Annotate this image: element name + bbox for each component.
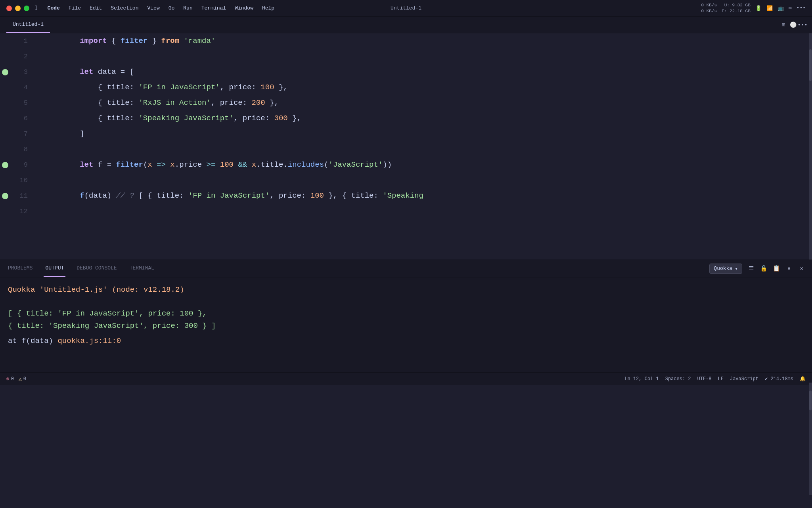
lock-icon[interactable]: 🔒 — [760, 265, 768, 273]
line-9: 9 let f = filter(x => x.price >= 100 && … — [0, 157, 812, 173]
title-bar-right: 0 KB/s 0 KB/s U: 9.82 GB F: 22.18 GB 🔋 📶… — [701, 2, 806, 14]
editor-area: 1 import { filter } from 'ramda' 2 3 let… — [0, 33, 812, 260]
timing-badge: ✔ 214.18ms — [765, 376, 793, 382]
panel-scrollbar-thumb[interactable] — [809, 391, 812, 410]
output-header: Quokka 'Untitled-1.js' (node: v12.18.2) — [8, 284, 804, 296]
menu-help[interactable]: Help — [262, 5, 274, 11]
ln-6: 6 — [12, 111, 36, 126]
download-stat: 0 KB/s — [701, 8, 717, 14]
error-icon: ⊗ — [6, 376, 10, 382]
file-language[interactable]: JavaScript — [730, 376, 758, 382]
clear-output-icon[interactable]: ☰ — [747, 265, 755, 273]
warning-number: 0 — [23, 376, 26, 382]
bp-9 — [0, 162, 12, 168]
menu-terminal[interactable]: Terminal — [201, 5, 226, 11]
editor-scrollbar[interactable] — [809, 33, 812, 260]
tab-problems[interactable]: PROBLEMS — [6, 260, 34, 277]
line-6: 6 { title: 'Speaking JavaScript', price:… — [0, 111, 812, 126]
line-ending[interactable]: LF — [718, 376, 724, 382]
apple-menu[interactable]:  — [35, 5, 39, 12]
output-at-line: at f(data) quokka.js:11:0 — [8, 335, 804, 347]
menu-selection[interactable]: Selection — [111, 5, 138, 11]
traffic-lights — [6, 6, 29, 11]
breakpoint-11 — [2, 193, 8, 199]
breakpoint-9 — [2, 162, 8, 168]
panel-tabs: PROBLEMS OUTPUT DEBUG CONSOLE TERMINAL Q… — [0, 260, 812, 277]
ln-12: 12 — [12, 204, 36, 219]
ln-5: 5 — [12, 95, 36, 111]
line-11: 11 f(data) // ? [ { title: 'FP in JavaSc… — [0, 188, 812, 204]
tab-debug-console[interactable]: DEBUG CONSOLE — [75, 260, 118, 277]
breakpoint-3 — [2, 69, 8, 75]
tab-actions: ⊞ ⚪ ••• — [780, 22, 812, 28]
battery-icon: 🔋 — [755, 5, 762, 12]
ln-10: 10 — [12, 173, 36, 188]
close-panel-icon[interactable]: ✕ — [798, 265, 806, 273]
cast-icon: 📺 — [778, 5, 784, 12]
ln-2: 2 — [12, 49, 36, 64]
memory-label: U: 9.82 GB — [722, 2, 751, 8]
ln-4: 4 — [12, 80, 36, 95]
panel-content: Quokka 'Untitled-1.js' (node: v12.18.2) … — [0, 277, 812, 372]
ln-1: 1 — [12, 33, 36, 49]
output-line-1: [ { title: 'FP in JavaScript', price: 10… — [8, 308, 804, 319]
sys-stats: 0 KB/s 0 KB/s — [701, 2, 717, 14]
minimize-button[interactable] — [15, 6, 21, 11]
status-right: Ln 12, Col 1 Spaces: 2 UTF-8 LF JavaScri… — [624, 376, 806, 382]
ln-9: 9 — [12, 157, 36, 173]
ln-3: 3 — [12, 64, 36, 80]
maximize-button[interactable] — [24, 6, 29, 11]
indentation[interactable]: Spaces: 2 — [665, 376, 691, 382]
window-title: Untitled-1 — [391, 5, 421, 11]
file-tab[interactable]: Untitled-1 — [6, 17, 50, 33]
bp-11 — [0, 193, 12, 199]
cursor-position[interactable]: Ln 12, Col 1 — [624, 376, 659, 382]
title-bar-left:  Code File Edit Selection View Go Run T… — [6, 5, 274, 12]
line-7: 7 ] — [0, 126, 812, 142]
menu-file[interactable]: File — [69, 5, 81, 11]
notification-icon[interactable]: 🔔 — [800, 376, 806, 382]
output-source-dropdown[interactable]: Quokka ▾ — [709, 264, 742, 274]
panel: PROBLEMS OUTPUT DEBUG CONSOLE TERMINAL Q… — [0, 260, 812, 372]
memory-stats: U: 9.82 GB F: 22.18 GB — [722, 2, 751, 14]
line-1: 1 import { filter } from 'ramda' — [0, 33, 812, 49]
output-result: [ { title: 'FP in JavaScript', price: 10… — [8, 308, 804, 332]
ln-7: 7 — [12, 126, 36, 142]
file-encoding[interactable]: UTF-8 — [697, 376, 712, 382]
tab-output[interactable]: OUTPUT — [44, 260, 65, 277]
title-bar:  Code File Edit Selection View Go Run T… — [0, 0, 812, 17]
line-12: 12 — [0, 204, 812, 219]
status-bar: ⊗ 0 △ 0 Ln 12, Col 1 Spaces: 2 UTF-8 LF … — [0, 372, 812, 385]
tab-bar: Untitled-1 ⊞ ⚪ ••• — [0, 17, 812, 33]
menu-code[interactable]: Code — [48, 5, 60, 11]
scrollbar-thumb[interactable] — [809, 49, 812, 81]
chevron-up-icon[interactable]: ∧ — [785, 265, 793, 273]
code-container: 1 import { filter } from 'ramda' 2 3 let… — [0, 33, 812, 260]
menu-go[interactable]: Go — [169, 5, 175, 11]
close-button[interactable] — [6, 6, 12, 11]
panel-actions: Quokka ▾ ☰ 🔒 📋 ∧ ✕ — [709, 264, 806, 274]
ln-11: 11 — [12, 188, 36, 204]
more-tab-icon[interactable]: ••• — [799, 22, 806, 28]
error-number: 0 — [11, 376, 14, 382]
status-left: ⊗ 0 △ 0 — [6, 376, 26, 382]
chevron-down-icon: ▾ — [735, 266, 738, 272]
tab-terminal[interactable]: TERMINAL — [128, 260, 156, 277]
circle-icon: ⚪ — [790, 22, 796, 28]
menu-run[interactable]: Run — [183, 5, 192, 11]
warning-icon: △ — [19, 376, 22, 382]
menu-edit[interactable]: Edit — [90, 5, 102, 11]
copy-icon[interactable]: 📋 — [772, 265, 780, 273]
output-line-2: { title: 'Speaking JavaScript', price: 3… — [8, 320, 804, 332]
quokka-link[interactable]: quokka.js:11:0 — [57, 337, 121, 345]
ln-8: 8 — [12, 142, 36, 157]
error-count[interactable]: ⊗ 0 △ 0 — [6, 376, 26, 382]
split-editor-icon[interactable]: ⊞ — [780, 22, 787, 28]
free-memory: F: 22.18 GB — [722, 8, 751, 14]
more-icon[interactable]: ••• — [797, 5, 806, 11]
upload-stat: 0 KB/s — [701, 2, 717, 8]
dropdown-label: Quokka — [714, 266, 732, 271]
menu-view[interactable]: View — [147, 5, 159, 11]
panel-scrollbar[interactable] — [809, 383, 812, 495]
menu-window[interactable]: Window — [235, 5, 253, 11]
